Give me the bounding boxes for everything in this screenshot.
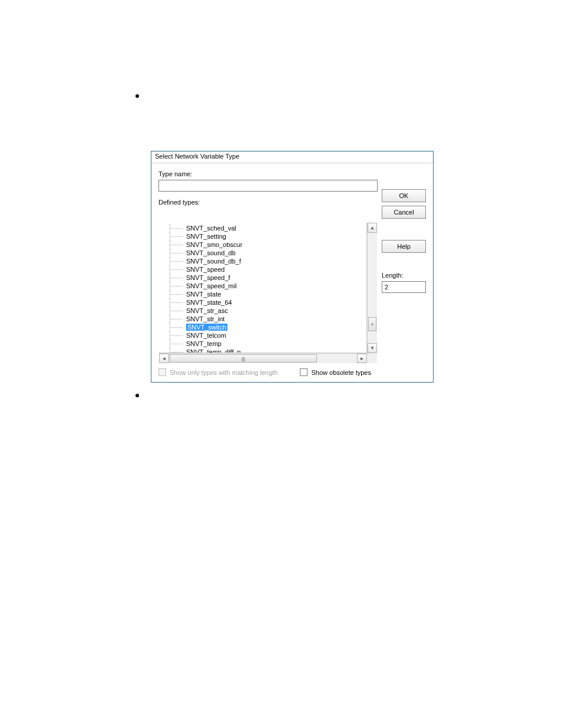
type-name-input[interactable]: [158, 180, 378, 192]
matching-length-checkbox: Show only types with matching length: [158, 368, 277, 376]
tree-item[interactable]: SNVT_smo_obscur: [170, 241, 366, 249]
tree-item-label: SNVT_str_asc: [186, 307, 228, 314]
tree-item[interactable]: SNVT_sched_val: [170, 224, 366, 232]
horizontal-scrollbar[interactable]: ◄ ||| ►: [159, 353, 367, 363]
ok-button[interactable]: OK: [382, 189, 426, 202]
checkbox-icon: [158, 368, 166, 376]
tree: SNVT_sched_valSNVT_settingSNVT_smo_obscu…: [159, 223, 366, 353]
tree-item[interactable]: SNVT_sound_db_f: [170, 257, 366, 265]
dialog-buttons: OK Cancel Help: [382, 189, 426, 256]
tree-item-label: SNVT_str_int: [186, 315, 224, 322]
tree-item-label: SNVT_temp: [186, 340, 222, 347]
tree-item-label: SNVT_speed_f: [186, 274, 230, 281]
tree-item[interactable]: SNVT_str_int: [170, 315, 366, 323]
tree-item-label: SNVT_smo_obscur: [186, 241, 242, 248]
vertical-scrollbar[interactable]: ▲ ≡ ▼: [367, 223, 377, 353]
tree-item-label: SNVT_sched_val: [186, 225, 236, 232]
tree-viewport: SNVT_sched_valSNVT_settingSNVT_smo_obscu…: [159, 223, 367, 353]
scroll-left-icon[interactable]: ◄: [159, 354, 169, 363]
scroll-thumb[interactable]: ≡: [368, 317, 376, 331]
tree-item-label: SNVT_switch: [186, 324, 227, 331]
obsolete-types-label: Show obsolete types: [311, 369, 371, 376]
matching-length-label: Show only types with matching length: [170, 369, 277, 376]
tree-item-label: SNVT_state_64: [186, 299, 232, 306]
checkbox-icon: [300, 368, 308, 376]
page-bullet: [135, 94, 139, 98]
tree-item[interactable]: SNVT_state_64: [170, 298, 366, 307]
scroll-thumb[interactable]: |||: [170, 354, 317, 363]
tree-item[interactable]: SNVT_setting: [170, 232, 366, 241]
length-label: Length:: [382, 272, 426, 279]
obsolete-types-checkbox[interactable]: Show obsolete types: [300, 368, 371, 376]
help-button[interactable]: Help: [382, 240, 426, 253]
tree-item-label: SNVT_setting: [186, 233, 226, 240]
type-name-label: Type name:: [158, 170, 426, 177]
cancel-button[interactable]: Cancel: [382, 206, 426, 219]
scroll-right-icon[interactable]: ►: [357, 354, 367, 363]
tree-item-label: SNVT_temp_diff_p: [186, 348, 241, 353]
tree-item[interactable]: SNVT_str_asc: [170, 307, 366, 315]
page-bullet: [135, 394, 139, 397]
length-input[interactable]: [382, 281, 426, 293]
tree-item[interactable]: SNVT_sound_db: [170, 249, 366, 257]
tree-item[interactable]: SNVT_speed_f: [170, 274, 366, 282]
scroll-up-icon[interactable]: ▲: [368, 223, 377, 233]
tree-item-label: SNVT_state: [186, 291, 221, 298]
tree-item[interactable]: SNVT_temp: [170, 340, 366, 348]
tree-item-label: SNVT_speed: [186, 266, 224, 273]
tree-item-label: SNVT_telcom: [186, 332, 226, 339]
select-nv-type-dialog: Select Network Variable Type Type name: …: [151, 151, 434, 383]
checkbox-row: Show only types with matching length Sho…: [158, 368, 378, 376]
tree-item[interactable]: SNVT_temp_diff_p: [170, 348, 366, 353]
dialog-title: Select Network Variable Type: [151, 151, 433, 163]
scroll-down-icon[interactable]: ▼: [368, 343, 377, 353]
tree-item[interactable]: SNVT_speed_mil: [170, 282, 366, 290]
scroll-corner: [367, 353, 377, 363]
tree-item[interactable]: SNVT_telcom: [170, 331, 366, 340]
defined-types-list: SNVT_sched_valSNVT_settingSNVT_smo_obscu…: [158, 222, 378, 364]
tree-item-label: SNVT_sound_db: [186, 249, 236, 256]
dialog-content: Type name: Defined types: SNVT_sched_val…: [151, 164, 433, 382]
tree-item[interactable]: SNVT_state: [170, 290, 366, 298]
tree-item-label: SNVT_sound_db_f: [186, 258, 241, 265]
tree-item[interactable]: SNVT_speed: [170, 265, 366, 274]
tree-item[interactable]: SNVT_switch: [170, 323, 366, 331]
tree-item-label: SNVT_speed_mil: [186, 282, 237, 289]
